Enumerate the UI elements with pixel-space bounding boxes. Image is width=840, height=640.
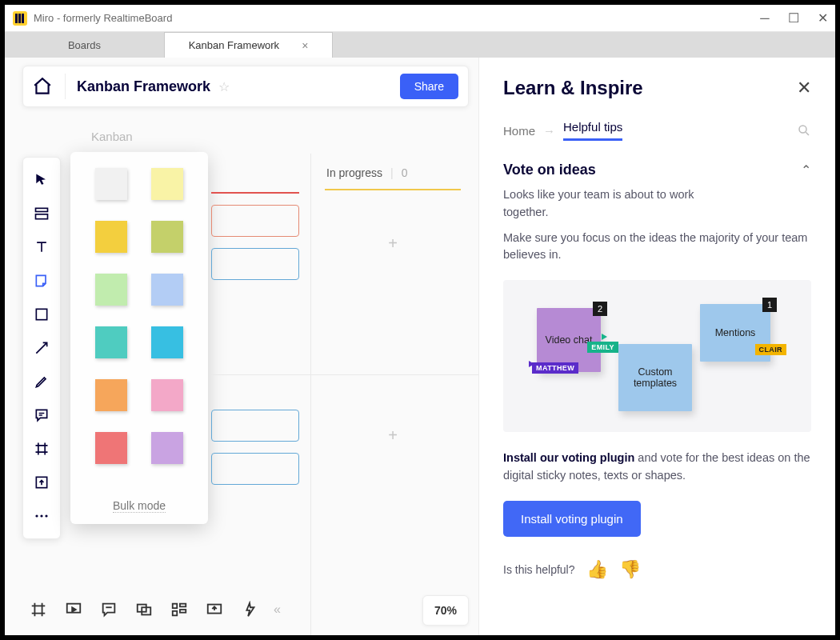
svg-rect-11 [173,611,178,616]
voting-illustration: Video chat 2 EMILY MATTHEW Custom templa… [503,280,811,432]
home-icon[interactable] [31,75,54,98]
color-swatch[interactable] [95,221,127,253]
kanban-card[interactable] [211,248,299,280]
arrow-tool-icon[interactable] [26,332,58,364]
tab-boards[interactable]: Boards [5,32,165,58]
svg-point-6 [45,514,47,517]
user-tag-clair: CLAIR [755,344,787,355]
color-swatch[interactable] [151,432,183,464]
row-divider [211,374,478,375]
miro-logo-icon [13,11,27,26]
section-paragraph-2: Make sure you focus on the ideas the maj… [503,230,811,265]
activity-icon[interactable] [234,594,266,626]
vote-count-badge: 2 [593,302,607,316]
frames-icon[interactable] [22,594,54,626]
section-paragraph-1: Looks like your team is about to work to… [503,186,703,222]
cursor-icon [602,334,607,340]
board-header: Kanban Framework ☆ Share [22,66,469,107]
window-maximize-icon[interactable]: ☐ [787,12,800,25]
window-close-icon[interactable]: ✕ [816,12,829,25]
illus-note-label: Custom templates [623,366,687,389]
pen-tool-icon[interactable] [26,366,58,398]
screenshare-icon[interactable] [198,594,230,626]
add-card-button[interactable]: + [325,419,461,451]
tab-kanban-framework[interactable]: Kanban Framework × [165,32,333,58]
board-title[interactable]: Kanban Framework [77,78,210,95]
vote-count-badge: 1 [762,298,777,312]
present-icon[interactable] [58,594,90,626]
svg-rect-2 [36,309,46,319]
svg-rect-13 [180,610,186,613]
upload-tool-icon[interactable] [26,466,58,498]
kanban-card[interactable] [211,205,299,237]
comment-tool-icon[interactable] [26,399,58,431]
color-swatch[interactable] [151,168,183,200]
kanban-card[interactable] [211,410,299,442]
helpful-question: Is this helpful? [503,563,575,576]
user-tag-matthew: MATTHEW [532,362,578,374]
cursor-icon [529,361,534,367]
illus-note-mentions: Mentions 1 CLAIR [700,304,770,362]
color-swatch[interactable] [95,432,127,464]
sticky-color-popover: Bulk mode [70,152,208,524]
left-toolbar [22,157,61,539]
color-swatch[interactable] [95,274,127,306]
svg-rect-12 [180,604,186,607]
thumbs-up-icon[interactable]: 👍 [586,559,608,580]
cards-icon[interactable] [163,594,195,626]
collapse-toolbar-icon[interactable]: « [274,602,281,617]
kanban-group-label: Kanban [91,130,133,143]
color-swatch[interactable] [151,379,183,411]
add-card-button[interactable]: + [325,227,461,259]
tab-boards-label: Boards [68,39,101,51]
frame-tool-icon[interactable] [26,433,58,465]
templates-tool-icon[interactable] [26,198,58,230]
color-swatch[interactable] [95,326,127,358]
color-swatch[interactable] [95,379,127,411]
bulk-mode-link[interactable]: Bulk mode [113,499,166,513]
zoom-level[interactable]: 70% [422,595,469,626]
user-tag-emily: EMILY [587,342,618,353]
thumbs-down-icon[interactable]: 👎 [619,559,641,580]
section-title: Vote on ideas [503,162,596,178]
nav-helpful-tips[interactable]: Helpful tips [563,120,622,141]
install-voting-plugin-button[interactable]: Install voting plugin [503,501,641,537]
svg-rect-0 [36,208,48,211]
color-swatch[interactable] [151,274,183,306]
column-divider-red [211,192,299,194]
learn-inspire-panel: Learn & Inspire ✕ Home → Helpful tips Vo… [478,58,835,635]
sticky-note-tool-icon[interactable] [26,265,58,297]
share-button[interactable]: Share [400,74,458,99]
text-tool-icon[interactable] [26,231,58,263]
color-swatch[interactable] [151,221,183,253]
svg-point-4 [35,514,38,517]
illus-note-video: Video chat 2 EMILY MATTHEW [537,308,601,372]
star-icon[interactable]: ☆ [218,79,230,94]
shape-tool-icon[interactable] [26,298,58,330]
column-header-in-progress[interactable]: In progress | 0 [325,165,461,186]
window-minimize-icon[interactable]: ─ [758,12,771,25]
separator [65,74,66,99]
select-tool-icon[interactable] [26,164,58,196]
comments-icon[interactable] [93,594,125,626]
chat-icon[interactable] [128,594,160,626]
tab-close-icon[interactable]: × [302,39,308,52]
illus-note-custom: Custom templates [618,344,692,411]
color-swatch[interactable] [95,168,127,200]
panel-close-icon[interactable]: ✕ [797,78,811,98]
search-icon[interactable] [797,123,811,138]
illus-note-label: Mentions [715,327,756,338]
chevron-up-icon[interactable]: ⌃ [801,162,811,178]
canvas[interactable]: Kanban Framework ☆ Share Kanban [5,58,478,635]
panel-title: Learn & Inspire [503,77,643,99]
install-bold: Install our voting plugin [503,451,634,464]
color-swatch[interactable] [151,326,183,358]
column-count: 0 [402,166,408,179]
kanban-card[interactable] [211,453,299,485]
window-title: Miro - formerly RealtimeBoard [34,12,172,24]
svg-point-15 [799,126,806,133]
more-tools-icon[interactable] [26,500,58,532]
nav-home[interactable]: Home [503,124,535,138]
column-divider-yellow [325,189,461,190]
svg-rect-10 [173,604,178,609]
